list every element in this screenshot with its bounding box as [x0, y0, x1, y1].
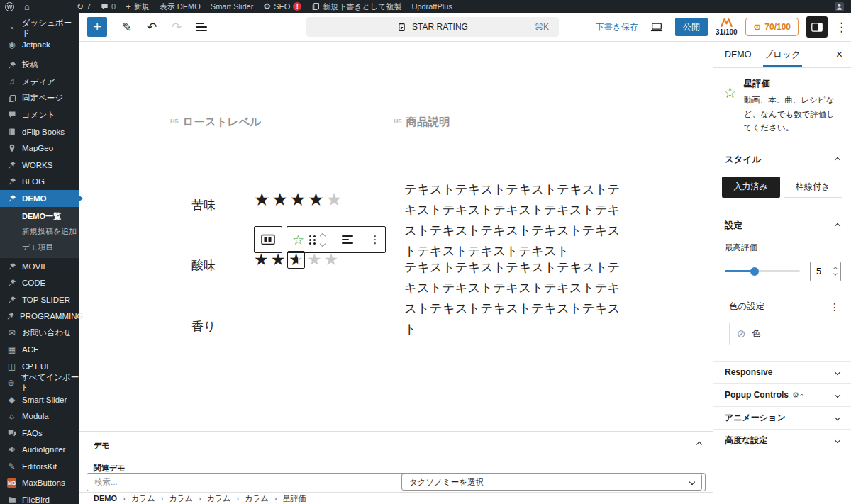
submenu-item-demo-list[interactable]: DEMO一覧: [0, 209, 79, 225]
taxonomy-select[interactable]: タクソノミーを選択: [401, 474, 702, 491]
wordpress-menu[interactable]: W: [0, 0, 19, 13]
section-advanced[interactable]: 高度な設定: [713, 429, 851, 452]
sidebar-item-posts[interactable]: 投稿: [0, 57, 79, 74]
style-section-header[interactable]: スタイル: [713, 145, 851, 175]
sidebar-item-works[interactable]: WORKS: [0, 157, 79, 174]
sidebar-item-acf[interactable]: ▦ACF: [0, 342, 79, 359]
section-popup-controls[interactable]: Popup Controls⚙∘: [713, 383, 851, 407]
settings-panel-toggle[interactable]: [806, 16, 828, 38]
site-home-link[interactable]: ⌂: [19, 0, 35, 13]
redo-button[interactable]: ↷: [166, 16, 187, 38]
sidebar-item-filebird[interactable]: FileBird: [0, 491, 79, 504]
sidebar-item-movie[interactable]: MOVIE: [0, 258, 79, 275]
sidebar-item-all-import[interactable]: ⊛すべてインポート: [0, 375, 79, 392]
options-menu-button[interactable]: ⋮: [835, 20, 845, 35]
section-animation[interactable]: アニメーション: [713, 406, 851, 430]
description-paragraph-1[interactable]: テキストテキストテキストテキストテキストテキストテキストテキストテキストテキスト…: [404, 179, 628, 262]
step-down-icon[interactable]: [833, 271, 838, 276]
breadcrumb-item[interactable]: 星評価: [282, 493, 306, 504]
section-responsive[interactable]: Responsive: [713, 361, 851, 384]
star-filled-icon[interactable]: ★: [254, 252, 269, 268]
search-input[interactable]: [87, 474, 392, 491]
tab-demo[interactable]: DEMO: [723, 42, 753, 67]
row-label-acidity[interactable]: 酸味: [191, 257, 216, 274]
tools-button[interactable]: ✎: [116, 16, 138, 38]
page-analysis-score[interactable]: ⚙ 70/100: [745, 18, 799, 36]
seo-menu[interactable]: ⚙ SEO !: [258, 0, 306, 13]
document-overview-button[interactable]: [191, 16, 212, 38]
color-picker-button[interactable]: ⊘ 色: [729, 323, 835, 345]
updates-link[interactable]: ↻ 7: [72, 0, 96, 13]
sidebar-item-smart-slider[interactable]: ◆Smart Slider: [0, 391, 79, 408]
sidebar-item-pages[interactable]: 固定ページ: [0, 90, 79, 107]
star-empty-icon[interactable]: ★: [307, 252, 322, 268]
star-half-selected[interactable]: ★★: [287, 251, 305, 269]
heading-roast-level[interactable]: H5ローストレベル: [170, 115, 261, 130]
duplicate-draft-link[interactable]: 新規下書きとして複製: [306, 0, 406, 13]
sidebar-item-code[interactable]: CODE: [0, 275, 79, 292]
publish-button[interactable]: 公開: [675, 18, 708, 36]
star-rating-block-icon[interactable]: ☆: [292, 233, 304, 247]
sidebar-item-maxbuttons[interactable]: MBMaxButtons: [0, 475, 79, 492]
move-up-icon[interactable]: [320, 233, 326, 238]
star-empty-icon[interactable]: ★: [326, 191, 342, 208]
star-filled-icon[interactable]: ★: [271, 252, 286, 268]
save-draft-button[interactable]: 下書き保存: [596, 21, 638, 33]
sidebar-item-modula[interactable]: ☼Modula: [0, 408, 79, 425]
user-avatar[interactable]: [835, 2, 844, 11]
breadcrumb-item[interactable]: カラム: [131, 493, 155, 504]
tab-block[interactable]: ブロック: [763, 42, 802, 67]
drag-handle[interactable]: [309, 235, 316, 245]
new-content-menu[interactable]: + 新規: [121, 0, 155, 13]
updraftplus-link[interactable]: UpdraftPlus: [406, 0, 457, 13]
command-palette[interactable]: STAR RATING ⌘K: [306, 17, 559, 37]
sidebar-item-demo[interactable]: DEMO: [0, 190, 79, 207]
sidebar-item-audioigniter[interactable]: AudioIgniter: [0, 442, 79, 459]
style-outlined-button[interactable]: 枠線付き: [784, 177, 843, 198]
select-parent-columns-button[interactable]: [254, 226, 282, 253]
star-filled-icon[interactable]: ★: [272, 191, 287, 208]
sidebar-item-programming[interactable]: PROGRAMMING: [0, 308, 79, 325]
star-rating-bitterness[interactable]: ★★★★★: [254, 191, 342, 208]
breadcrumb-item[interactable]: DEMO: [94, 494, 117, 503]
number-stepper[interactable]: [834, 267, 837, 275]
color-options-menu[interactable]: ⋮: [830, 301, 840, 313]
heading-product-description[interactable]: H5商品説明: [394, 115, 450, 130]
row-label-bitterness[interactable]: 苦味: [191, 197, 216, 213]
step-up-icon[interactable]: [833, 267, 838, 271]
slider-track[interactable]: [725, 270, 800, 272]
sidebar-item-blog[interactable]: BLOG: [0, 174, 79, 191]
align-button[interactable]: [330, 227, 365, 252]
sidebar-item-jetpack[interactable]: ◉Jetpack: [0, 37, 79, 54]
smart-slider-link[interactable]: Smart Slider: [206, 0, 259, 13]
row-label-aroma[interactable]: 香り: [191, 318, 216, 335]
undo-button[interactable]: ↶: [141, 16, 162, 38]
sidebar-item-faqs[interactable]: FAQs: [0, 425, 79, 442]
sidebar-item-comments[interactable]: コメント: [0, 107, 79, 124]
sidebar-item-dflip-books[interactable]: dFlip Books: [0, 123, 79, 140]
sidebar-item-mapgeo[interactable]: MapGeo: [0, 140, 79, 157]
submenu-item-add-new[interactable]: 新規投稿を追加: [0, 224, 79, 240]
breadcrumb-item[interactable]: カラム: [245, 493, 269, 504]
view-post-link[interactable]: 表示 DEMO: [155, 0, 206, 13]
block-movers[interactable]: [321, 234, 325, 246]
breadcrumb-item[interactable]: カラム: [169, 493, 193, 504]
slider-thumb[interactable]: [750, 267, 759, 276]
move-down-icon[interactable]: [320, 240, 326, 246]
star-filled-icon[interactable]: ★: [254, 191, 269, 208]
preview-button[interactable]: [646, 16, 667, 38]
sidebar-item-top-slider[interactable]: TOP SLIDER: [0, 291, 79, 308]
star-filled-icon[interactable]: ★: [308, 191, 323, 208]
close-icon[interactable]: ×: [836, 48, 842, 61]
sidebar-item-dashboard[interactable]: ◔ダッシュボード: [0, 20, 79, 37]
block-options-button[interactable]: ⋮: [365, 227, 385, 252]
star-empty-icon[interactable]: ★: [324, 252, 339, 268]
sidebar-item-media[interactable]: ♫メディア: [0, 74, 79, 91]
collapse-panel-icon[interactable]: [696, 442, 702, 447]
submenu-item-demo-terms[interactable]: デモ項目: [0, 240, 79, 255]
breadcrumb-item[interactable]: カラム: [207, 493, 231, 504]
star-filled-icon[interactable]: ★: [290, 191, 306, 208]
sidebar-item-editorskit[interactable]: ✎EditorsKit: [0, 458, 79, 475]
description-paragraph-2[interactable]: テキストテキストテキストテキストテキストテキストテキストテキストテキストテキスト…: [404, 257, 628, 340]
settings-section-header[interactable]: 設定: [713, 211, 851, 241]
